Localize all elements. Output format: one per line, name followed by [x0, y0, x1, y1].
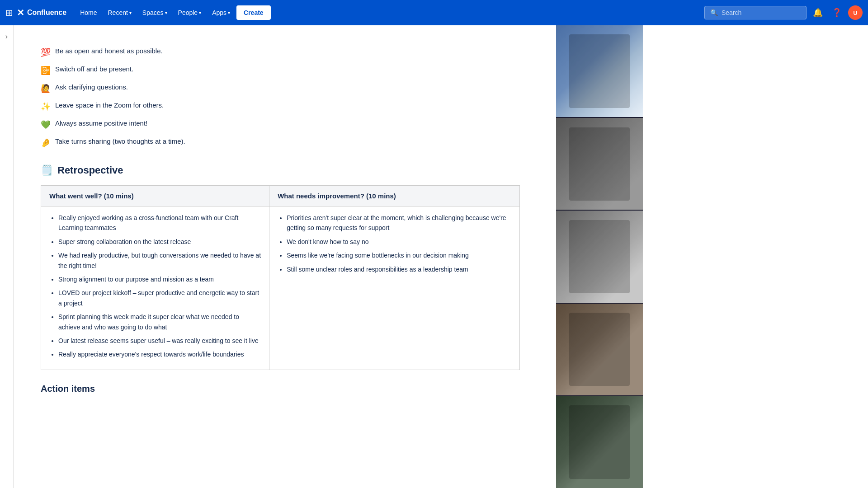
list-item: 💚 Always assume positive intent!: [41, 116, 520, 134]
bullet-text: Be as open and honest as possible.: [55, 46, 163, 56]
notifications-icon[interactable]: 🔔: [810, 5, 826, 20]
bullet-text: Always assume positive intent!: [55, 118, 147, 129]
video-panel: [556, 25, 643, 488]
list-item: We had really productive, but tough conv…: [58, 250, 261, 271]
retrospective-title: Retrospective: [57, 164, 123, 176]
nav-people[interactable]: People ▾: [174, 5, 206, 20]
bullet-text: Take turns sharing (two thoughts at a ti…: [55, 136, 185, 147]
retrospective-table: What went well? (10 mins) What needs imp…: [41, 185, 520, 370]
list-item: LOVED our project kickoff – super produc…: [58, 288, 261, 308]
video-person-4: [569, 313, 630, 386]
apps-chevron-icon: ▾: [228, 10, 230, 15]
list-item: Seems like we're facing some bottlenecks…: [287, 250, 511, 260]
emoji-icon: 💚: [41, 119, 51, 131]
list-item: ✨ Leave space in the Zoom for others.: [41, 98, 520, 116]
action-items-heading: Action items: [41, 384, 520, 394]
bullet-text: Ask clarifying questions.: [55, 82, 128, 93]
nav-home[interactable]: Home: [75, 5, 101, 20]
emoji-icon: 🙋: [41, 83, 51, 95]
confluence-icon: ✕: [17, 7, 24, 18]
list-item: 💯 Be as open and honest as possible.: [41, 43, 520, 61]
list-item: Our latest release seems super useful – …: [58, 336, 261, 346]
list-item: Strong alignment to our purpose and miss…: [58, 274, 261, 284]
list-item: Really enjoyed working as a cross-functi…: [58, 213, 261, 233]
video-tile-inner-3: [556, 211, 643, 302]
needs-improvement-list: Priorities aren't super clear at the mom…: [278, 213, 511, 274]
emoji-icon: 💯: [41, 47, 51, 59]
sidebar-toggle[interactable]: ›: [0, 25, 14, 488]
video-tile-2: [556, 118, 643, 210]
search-box[interactable]: 🔍: [704, 6, 807, 19]
user-avatar[interactable]: U: [848, 5, 863, 20]
video-tile-inner-4: [556, 304, 643, 395]
search-icon: 🔍: [710, 9, 718, 16]
retrospective-emoji: 🗒️: [41, 164, 53, 176]
needs-improvement-header: What needs improvement? (10 mins): [269, 186, 520, 206]
page-layout: › 💯 Be as open and honest as possible. 📴…: [0, 25, 868, 488]
bullet-text: Switch off and be present.: [55, 64, 133, 75]
list-item: 🤌 Take turns sharing (two thoughts at a …: [41, 134, 520, 152]
people-chevron-icon: ▾: [199, 10, 201, 15]
video-person-2: [569, 127, 630, 201]
went-well-cell: Really enjoyed working as a cross-functi…: [41, 206, 269, 370]
main-content: 💯 Be as open and honest as possible. 📴 S…: [14, 25, 556, 488]
list-item: 📴 Switch off and be present.: [41, 61, 520, 80]
list-item: Priorities aren't super clear at the mom…: [287, 213, 511, 233]
nav-right: 🔍 🔔 ❓ U: [704, 5, 863, 20]
emoji-icon: ✨: [41, 101, 51, 113]
bullet-text: Leave space in the Zoom for others.: [55, 100, 164, 111]
video-tile-3: [556, 211, 643, 302]
list-item: 🙋 Ask clarifying questions.: [41, 80, 520, 98]
grid-icon[interactable]: ⊞: [5, 7, 13, 18]
list-item: Really appreciate everyone's respect tow…: [58, 349, 261, 359]
video-tile-inner-1: [556, 25, 643, 117]
list-item: Sprint planning this week made it super …: [58, 312, 261, 332]
ground-rules-list: 💯 Be as open and honest as possible. 📴 S…: [41, 43, 520, 152]
recent-chevron-icon: ▾: [129, 10, 132, 15]
went-well-header: What went well? (10 mins): [41, 186, 269, 206]
list-item: We don't know how to say no: [287, 237, 511, 247]
video-person-5: [569, 405, 630, 479]
search-input[interactable]: [722, 9, 801, 16]
list-item: Super strong collaboration on the latest…: [58, 237, 261, 247]
video-tile-inner-5: [556, 396, 643, 488]
emoji-icon: 📴: [41, 65, 51, 77]
video-tile-5: [556, 396, 643, 488]
spaces-chevron-icon: ▾: [165, 10, 167, 15]
video-person-3: [569, 220, 630, 294]
emoji-icon: 🤌: [41, 137, 51, 149]
video-tile-1: [556, 25, 643, 117]
create-button[interactable]: Create: [236, 5, 271, 20]
confluence-logo[interactable]: ✕ Confluence: [17, 7, 66, 18]
video-tile-inner-2: [556, 118, 643, 210]
video-person-1: [569, 34, 630, 108]
list-item: Still some unclear roles and responsibil…: [287, 264, 511, 274]
went-well-list: Really enjoyed working as a cross-functi…: [49, 213, 261, 360]
nav-apps[interactable]: Apps ▾: [208, 5, 235, 20]
nav-recent[interactable]: Recent ▾: [103, 5, 136, 20]
sidebar-chevron-icon: ›: [5, 33, 8, 41]
retrospective-heading: 🗒️ Retrospective: [41, 164, 520, 176]
needs-improvement-cell: Priorities aren't super clear at the mom…: [269, 206, 520, 370]
help-icon[interactable]: ❓: [829, 5, 844, 20]
nav-spaces[interactable]: Spaces ▾: [138, 5, 172, 20]
nav-items: Home Recent ▾ Spaces ▾ People ▾ Apps ▾ C…: [75, 5, 704, 20]
video-tile-4: [556, 304, 643, 395]
logo-text: Confluence: [27, 9, 66, 17]
